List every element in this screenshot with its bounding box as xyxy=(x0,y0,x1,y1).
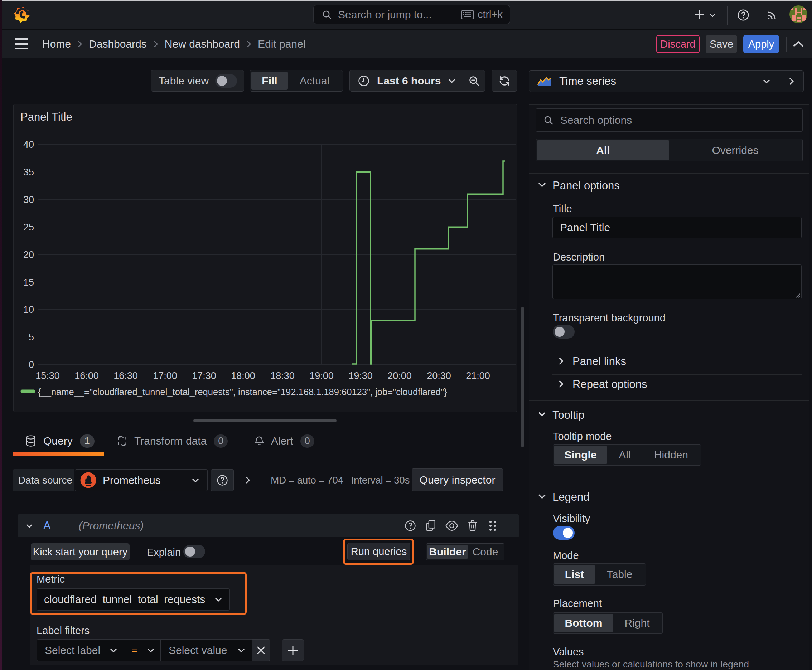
svg-text:40: 40 xyxy=(23,139,34,150)
svg-text:20: 20 xyxy=(23,249,34,260)
svg-text:{__name__="cloudflared_tunnel_: {__name__="cloudflared_tunnel_total_requ… xyxy=(38,387,447,397)
svg-text:17:00: 17:00 xyxy=(153,371,177,381)
svg-text:35: 35 xyxy=(23,167,34,178)
svg-text:0: 0 xyxy=(29,359,34,370)
svg-text:18:00: 18:00 xyxy=(231,371,255,381)
svg-text:18:30: 18:30 xyxy=(270,371,295,381)
svg-text:5: 5 xyxy=(29,332,34,342)
svg-text:17:30: 17:30 xyxy=(192,371,216,381)
svg-text:16:30: 16:30 xyxy=(114,371,138,381)
svg-text:20:00: 20:00 xyxy=(387,371,412,381)
svg-text:15: 15 xyxy=(23,277,34,288)
svg-text:19:00: 19:00 xyxy=(309,371,334,381)
svg-text:20:30: 20:30 xyxy=(427,371,451,381)
svg-text:10: 10 xyxy=(23,304,34,315)
svg-text:25: 25 xyxy=(23,222,34,233)
svg-text:15:30: 15:30 xyxy=(36,371,60,381)
svg-text:19:30: 19:30 xyxy=(348,371,373,381)
svg-text:30: 30 xyxy=(23,195,34,205)
svg-text:16:00: 16:00 xyxy=(75,371,99,381)
svg-text:21:00: 21:00 xyxy=(466,371,490,381)
